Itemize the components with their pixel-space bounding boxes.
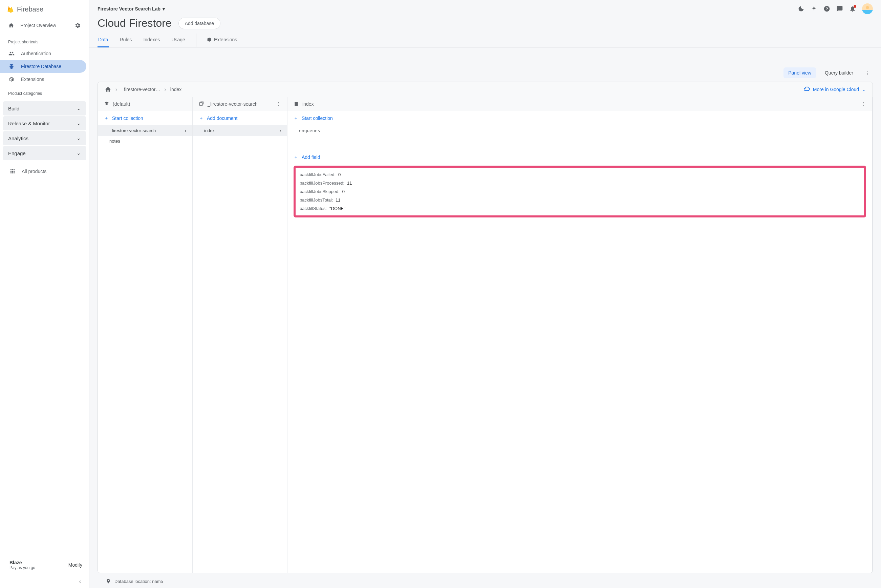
firestore-icon xyxy=(8,63,15,69)
project-overview-link[interactable]: Project Overview xyxy=(0,18,56,33)
firebase-logo-icon xyxy=(6,5,15,14)
collection-name: notes xyxy=(109,138,120,144)
svg-point-2 xyxy=(866,6,869,9)
svg-text:?: ? xyxy=(826,6,828,11)
collection-icon xyxy=(199,101,204,107)
field-row[interactable]: backfillJobsProcessed: 11 xyxy=(298,179,862,187)
subcollection-item[interactable]: enqueues xyxy=(288,125,872,136)
sidebar-item-label: Firestore Database xyxy=(21,64,61,69)
project-name: Firestore Vector Search Lab xyxy=(97,6,160,12)
breadcrumb: › _firestore-vector… › index More in Goo… xyxy=(98,82,872,97)
action-label: Add document xyxy=(207,116,237,121)
firestore-icon xyxy=(104,101,109,107)
documents-column: _firestore-vector-search ⋮ ＋ Add documen… xyxy=(193,97,288,573)
more-menu-icon[interactable]: ⋮ xyxy=(276,101,281,107)
category-analytics[interactable]: Analytics⌄ xyxy=(3,131,86,145)
collections-column: (default) ＋ Start collection _firestore-… xyxy=(98,97,193,573)
more-menu-icon[interactable]: ⋮ xyxy=(862,68,873,78)
plan-name: Blaze xyxy=(9,560,35,565)
plan-footer: Blaze Pay as you go Modify xyxy=(0,555,89,575)
tab-usage[interactable]: Usage xyxy=(171,33,186,47)
field-row[interactable]: backfillJobsTotal: 11 xyxy=(298,196,862,204)
plus-icon: ＋ xyxy=(104,115,109,121)
extensions-icon xyxy=(207,37,212,42)
project-selector[interactable]: Firestore Vector Search Lab ▾ xyxy=(97,6,165,12)
feedback-icon[interactable] xyxy=(836,5,843,12)
brand[interactable]: Firebase xyxy=(0,0,89,17)
caret-down-icon: ▾ xyxy=(163,6,165,12)
collapse-sidebar-button[interactable]: ‹ xyxy=(0,575,89,588)
all-products-label: All products xyxy=(22,169,46,174)
collection-item[interactable]: notes xyxy=(98,136,192,146)
chevron-left-icon: ‹ xyxy=(79,579,81,584)
main: Firestore Vector Search Lab ▾ ? Cloud Fi… xyxy=(89,0,881,588)
add-database-button[interactable]: Add database xyxy=(178,18,220,29)
field-row[interactable]: backfillJobsSkipped: 0 xyxy=(298,187,862,196)
field-row[interactable]: backfillStatus: "DONE" xyxy=(298,204,862,213)
chevron-down-icon: ⌄ xyxy=(862,87,866,92)
query-builder-button[interactable]: Query builder xyxy=(820,68,858,78)
people-icon xyxy=(8,51,15,57)
footer-bar: Database location: nam5 xyxy=(97,573,873,585)
all-products-link[interactable]: All products xyxy=(0,164,89,179)
google-cloud-link[interactable]: More in Google Cloud ⌄ xyxy=(803,86,866,93)
modify-plan-button[interactable]: Modify xyxy=(68,562,82,568)
collection-name: _firestore-vector-search xyxy=(109,128,156,133)
notifications-icon[interactable] xyxy=(849,5,856,12)
tab-data[interactable]: Data xyxy=(97,33,109,47)
start-collection-button[interactable]: ＋ Start collection xyxy=(98,111,192,125)
project-overview-label: Project Overview xyxy=(20,23,56,28)
chevron-down-icon: ⌄ xyxy=(76,120,81,126)
filter-icon[interactable] xyxy=(268,101,274,107)
add-field-button[interactable]: ＋ Add field xyxy=(288,150,872,164)
plus-icon: ＋ xyxy=(294,115,298,121)
collection-item[interactable]: _firestore-vector-search › xyxy=(98,125,192,136)
add-document-button[interactable]: ＋ Add document xyxy=(193,111,287,125)
dark-mode-icon[interactable] xyxy=(798,5,805,12)
category-release[interactable]: Release & Monitor⌄ xyxy=(3,116,86,130)
location-pin-icon xyxy=(106,579,111,584)
user-avatar[interactable] xyxy=(862,3,873,14)
tab-indexes[interactable]: Indexes xyxy=(142,33,160,47)
breadcrumb-item[interactable]: _firestore-vector… xyxy=(121,87,160,92)
plan-sub: Pay as you go xyxy=(9,565,35,570)
breadcrumb-item[interactable]: index xyxy=(170,87,181,92)
shortcuts-heading: Project shortcuts xyxy=(0,34,89,47)
sidebar-item-authentication[interactable]: Authentication xyxy=(0,47,86,60)
sidebar-item-extensions[interactable]: Extensions xyxy=(0,73,86,86)
panel-view-button[interactable]: Panel view xyxy=(784,68,816,78)
column-title: (default) xyxy=(113,101,130,107)
start-subcollection-button[interactable]: ＋ Start collection xyxy=(288,111,872,125)
category-label: Analytics xyxy=(8,135,28,141)
field-row[interactable]: backfillJobsFailed: 0 xyxy=(298,170,862,179)
home-icon xyxy=(8,22,14,28)
category-build[interactable]: Build⌄ xyxy=(3,101,86,116)
chevron-down-icon: ⌄ xyxy=(76,105,81,111)
sidebar-item-firestore[interactable]: Firestore Database xyxy=(0,60,86,73)
category-label: Engage xyxy=(8,150,26,156)
fields-column: index ⋮ ＋ Start collection enqueues ＋ Ad… xyxy=(288,97,872,573)
chevron-right-icon: › xyxy=(115,86,117,93)
category-label: Build xyxy=(8,106,19,111)
home-icon[interactable] xyxy=(105,86,111,93)
chevron-right-icon: › xyxy=(185,128,186,133)
plus-icon: ＋ xyxy=(294,154,298,160)
category-engage[interactable]: Engage⌄ xyxy=(3,146,86,160)
tab-rules[interactable]: Rules xyxy=(119,33,133,47)
sidebar: Firebase Project Overview Project shortc… xyxy=(0,0,89,588)
tabs: Data Rules Indexes Usage Extensions xyxy=(89,31,881,48)
tab-label: Extensions xyxy=(214,37,237,42)
plus-icon: ＋ xyxy=(199,115,204,121)
brand-text: Firebase xyxy=(17,5,43,13)
more-menu-icon[interactable]: ⋮ xyxy=(862,101,866,107)
tab-extensions[interactable]: Extensions xyxy=(196,33,238,47)
chevron-right-icon: › xyxy=(280,128,281,133)
spark-icon[interactable] xyxy=(811,5,817,12)
data-panel: › _firestore-vector… › index More in Goo… xyxy=(97,82,873,573)
notification-dot xyxy=(854,5,856,8)
help-icon[interactable]: ? xyxy=(823,5,830,12)
settings-gear-icon[interactable] xyxy=(72,19,84,32)
document-item[interactable]: index › xyxy=(193,125,287,136)
action-label: Start collection xyxy=(302,116,333,121)
column-title: index xyxy=(303,101,313,107)
